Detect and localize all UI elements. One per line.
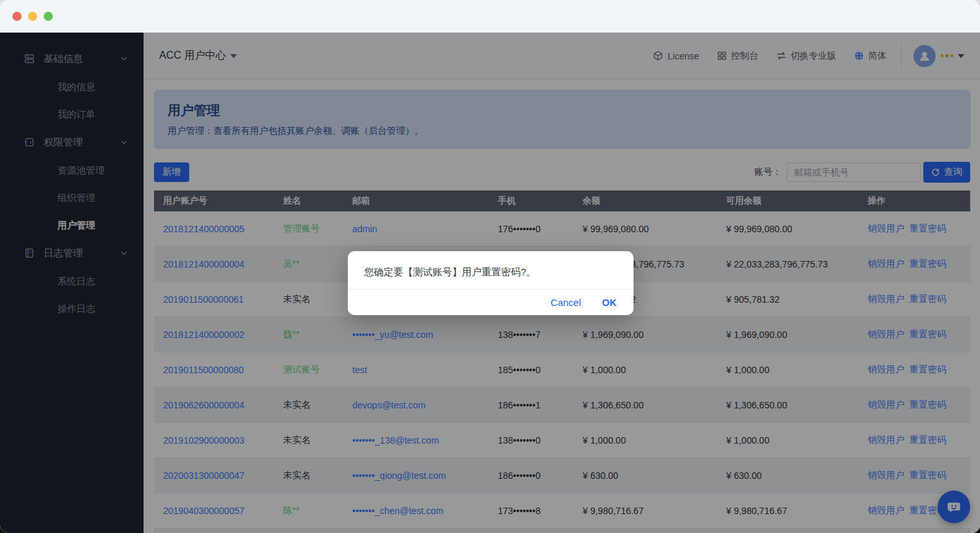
app-window: 基础信息我的信息我的订单权限管理资源池管理组织管理用户管理日志管理系统日志操作日… — [0, 0, 980, 533]
dialog-message: 您确定要【测试账号】用户重置密码?。 — [348, 251, 634, 279]
minimize-window-button[interactable] — [28, 12, 37, 21]
window-titlebar — [0, 0, 980, 33]
desktop-background: 基础信息我的信息我的订单权限管理资源池管理组织管理用户管理日志管理系统日志操作日… — [0, 0, 980, 533]
reset-password-confirm-dialog: 您确定要【测试账号】用户重置密码?。 Cancel OK — [348, 251, 634, 315]
app-body: 基础信息我的信息我的订单权限管理资源池管理组织管理用户管理日志管理系统日志操作日… — [0, 33, 980, 533]
close-window-button[interactable] — [12, 12, 22, 21]
zoom-window-button[interactable] — [44, 12, 53, 21]
cancel-button[interactable]: Cancel — [551, 297, 581, 308]
ok-button[interactable]: OK — [602, 297, 617, 308]
dialog-footer: Cancel OK — [348, 289, 634, 315]
